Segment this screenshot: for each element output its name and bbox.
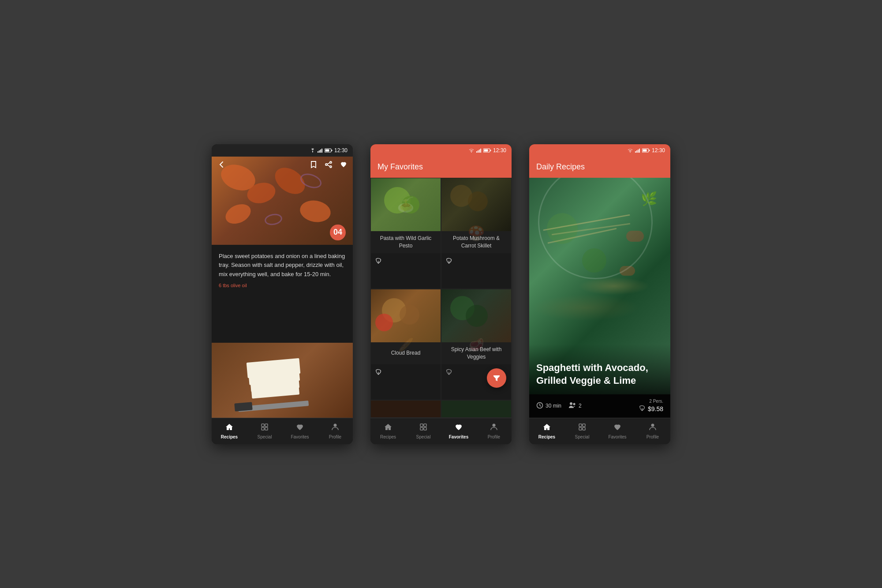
fav-leaf-3 bbox=[375, 368, 381, 377]
nav-label-favorites-3: Favorites bbox=[608, 434, 626, 439]
meta-servings: 2 bbox=[568, 402, 582, 410]
battery-icon bbox=[325, 148, 333, 153]
meta-servings-value: 2 bbox=[579, 403, 582, 409]
status-bar-2: 12:30 bbox=[370, 144, 512, 157]
svg-rect-41 bbox=[583, 424, 585, 427]
nav-item-recipes-2[interactable]: Recipes bbox=[370, 423, 406, 439]
recipe-toolbar bbox=[212, 157, 353, 175]
svg-point-44 bbox=[651, 423, 654, 427]
nav-item-profile-1[interactable]: Profile bbox=[318, 423, 353, 439]
heart-nav-icon-2 bbox=[454, 423, 463, 433]
phone-recipe-detail: 12:30 bbox=[212, 144, 353, 444]
svg-rect-19 bbox=[479, 150, 480, 153]
svg-rect-12 bbox=[265, 424, 268, 427]
share-button[interactable] bbox=[325, 161, 333, 171]
nav-item-special-1[interactable]: Special bbox=[247, 423, 282, 439]
nav-item-profile-2[interactable]: Profile bbox=[476, 423, 512, 439]
heart-button[interactable] bbox=[340, 161, 348, 171]
grid-icon-2 bbox=[419, 423, 427, 433]
app-bar-favorites: My Favorites bbox=[370, 157, 512, 178]
nav-item-favorites-2[interactable]: Favorites bbox=[441, 423, 476, 439]
bottom-nav-3: Recipes Special Favorites Profile bbox=[529, 418, 670, 444]
status-time-3: 12:30 bbox=[652, 147, 665, 154]
home-icon-3 bbox=[542, 423, 551, 433]
beef-emoji: 🥩 bbox=[469, 337, 484, 342]
recipe-hero-image: 04 bbox=[212, 157, 353, 245]
svg-rect-1 bbox=[318, 151, 318, 153]
meta-price-row: $9.58 bbox=[639, 404, 663, 413]
meta-servings-label: 2 Pers. bbox=[649, 399, 663, 404]
fav-leaf-4 bbox=[446, 368, 452, 377]
nav-item-special-2[interactable]: Special bbox=[406, 423, 441, 439]
filter-fab[interactable] bbox=[487, 368, 506, 388]
bread-emoji: 🥖 bbox=[398, 337, 414, 342]
svg-rect-25 bbox=[424, 424, 426, 427]
svg-rect-32 bbox=[638, 150, 639, 153]
nav-item-recipes-1[interactable]: Recipes bbox=[212, 423, 247, 439]
radish-blob bbox=[375, 314, 393, 331]
nav-label-recipes-1: Recipes bbox=[221, 434, 238, 439]
nav-item-profile-3[interactable]: Profile bbox=[635, 423, 670, 439]
svg-point-8 bbox=[330, 161, 332, 163]
svg-point-29 bbox=[630, 151, 631, 152]
nav-item-recipes-3[interactable]: Recipes bbox=[529, 423, 564, 439]
daily-recipe-hero: 🌿 Spaghetti with Avocado, Grilled Veggie… bbox=[529, 178, 670, 394]
bread-food-bg: 🥖 bbox=[371, 289, 441, 342]
mushroom-emoji: 🍄 bbox=[467, 225, 485, 231]
svg-rect-33 bbox=[639, 149, 640, 153]
fav-leaf-1 bbox=[375, 257, 381, 266]
svg-point-9 bbox=[325, 164, 327, 165]
recipe-text-content: Place sweet potatoes and onion on a line… bbox=[212, 245, 353, 343]
heart-nav-icon-1 bbox=[295, 423, 304, 433]
svg-rect-43 bbox=[583, 427, 585, 430]
signal-icon-3 bbox=[635, 148, 640, 153]
fav-label-row-pasta: Pasta with Wild Garlic Pesto bbox=[371, 231, 441, 253]
svg-rect-18 bbox=[478, 150, 478, 153]
bread-blob-2 bbox=[400, 305, 419, 325]
signal-icon-2 bbox=[476, 148, 482, 153]
nav-item-favorites-1[interactable]: Favorites bbox=[282, 423, 318, 439]
fav-item-bread[interactable]: 🥖 Cloud Bread bbox=[370, 289, 441, 400]
nav-label-profile-2: Profile bbox=[488, 434, 500, 439]
fav-partial-row bbox=[370, 400, 512, 418]
nav-label-profile-1: Profile bbox=[329, 434, 341, 439]
wifi-icon-3 bbox=[627, 148, 633, 153]
meta-price-container: 2 Pers. $9.58 bbox=[639, 399, 663, 413]
person-icon-2 bbox=[490, 423, 498, 433]
svg-rect-7 bbox=[325, 149, 329, 151]
fav-item-pasta[interactable]: 🍝 Pasta with Wild Garlic Pesto bbox=[370, 178, 441, 289]
recipe-description: Place sweet potatoes and onion on a line… bbox=[219, 252, 346, 279]
svg-rect-31 bbox=[636, 150, 637, 153]
beef-blob-2 bbox=[466, 305, 488, 327]
svg-rect-40 bbox=[579, 424, 582, 427]
status-icons-2: 12:30 bbox=[468, 147, 506, 154]
nav-item-favorites-3[interactable]: Favorites bbox=[600, 423, 635, 439]
nav-item-special-3[interactable]: Special bbox=[564, 423, 600, 439]
svg-rect-2 bbox=[319, 150, 320, 153]
status-bar-1: 12:30 bbox=[212, 144, 353, 157]
knife-handle bbox=[234, 402, 252, 411]
fav-img-bread: 🥖 bbox=[371, 289, 441, 342]
mushroom-blob-2 bbox=[468, 191, 488, 211]
fav-img-mushroom: 🍄 bbox=[441, 178, 511, 231]
daily-meta-bar: 30 min 2 2 Pers. $9.58 bbox=[529, 394, 670, 418]
svg-rect-27 bbox=[424, 427, 426, 430]
svg-point-38 bbox=[570, 402, 572, 405]
svg-rect-42 bbox=[579, 427, 582, 430]
meta-price-value: $9.58 bbox=[648, 405, 663, 412]
svg-rect-30 bbox=[635, 151, 636, 153]
svg-rect-17 bbox=[476, 151, 477, 153]
bookmark-button[interactable] bbox=[310, 161, 318, 171]
signal-icon bbox=[318, 148, 323, 153]
heart-nav-icon-3 bbox=[613, 423, 622, 433]
svg-point-16 bbox=[471, 151, 472, 152]
wifi-icon bbox=[310, 148, 316, 153]
back-button[interactable] bbox=[217, 160, 226, 171]
person-icon-3 bbox=[649, 423, 657, 433]
svg-rect-4 bbox=[321, 149, 322, 153]
status-time-1: 12:30 bbox=[334, 147, 348, 154]
battery-icon-2 bbox=[483, 148, 491, 153]
fav-item-mushroom[interactable]: 🍄 Potato Mushroom & Carrot Skillet bbox=[441, 178, 512, 289]
beef-food-bg: 🥩 bbox=[441, 289, 511, 342]
svg-point-10 bbox=[330, 166, 332, 168]
